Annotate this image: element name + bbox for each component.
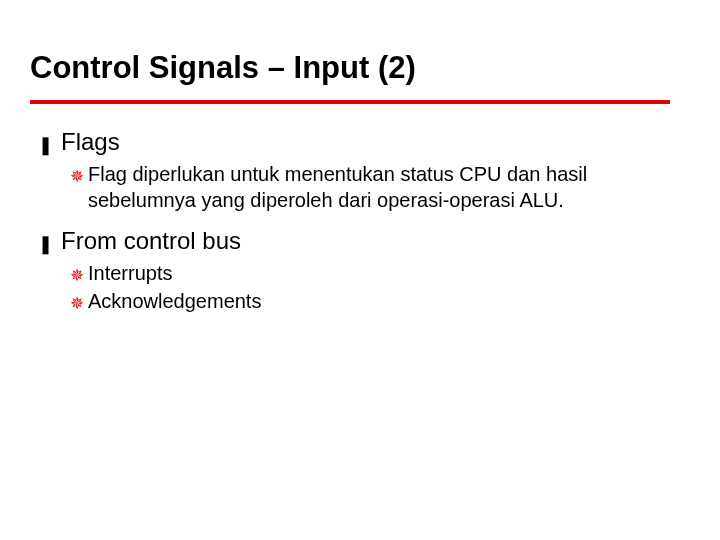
sub-list-item-text: Acknowledgements <box>88 289 261 315</box>
list-item-label: From control bus <box>61 227 241 255</box>
star-bullet-icon: ✵ <box>70 267 84 284</box>
slide: Control Signals – Input (2) ❚ Flags ✵ Fl… <box>0 0 720 314</box>
square-bullet-icon: ❚ <box>38 136 53 154</box>
square-bullet-icon: ❚ <box>38 235 53 253</box>
star-bullet-icon: ✵ <box>70 168 84 185</box>
slide-title: Control Signals – Input (2) <box>30 50 690 86</box>
title-rule <box>30 100 670 104</box>
sub-list-item: ✵ Interrupts <box>70 261 690 287</box>
slide-content: ❚ Flags ✵ Flag diperlukan untuk menentuk… <box>30 128 690 314</box>
sub-list-item: ✵ Acknowledgements <box>70 289 690 315</box>
list-item: ❚ From control bus <box>38 227 690 255</box>
list-item-label: Flags <box>61 128 120 156</box>
sub-list-item-text: Flag diperlukan untuk menentukan status … <box>88 162 648 213</box>
sub-list-item-text: Interrupts <box>88 261 172 287</box>
list-item: ❚ Flags <box>38 128 690 156</box>
star-bullet-icon: ✵ <box>70 295 84 312</box>
sub-list-item: ✵ Flag diperlukan untuk menentukan statu… <box>70 162 690 213</box>
